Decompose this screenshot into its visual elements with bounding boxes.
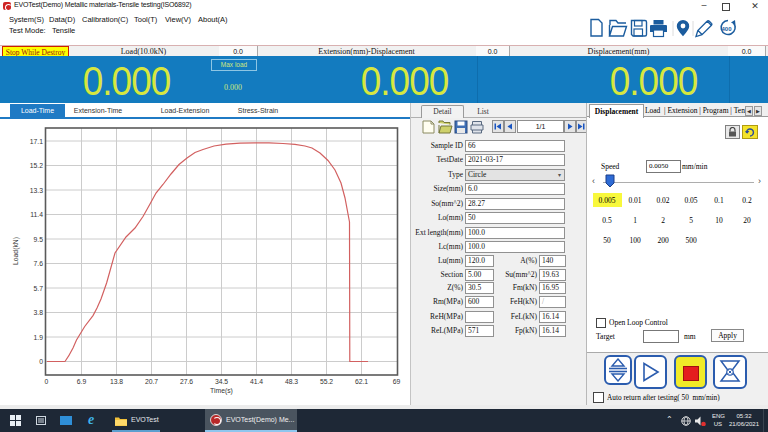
- svg-text:6.9: 6.9: [77, 378, 87, 385]
- svg-text:15.2: 15.2: [30, 162, 43, 169]
- svg-text:1.9: 1.9: [34, 334, 44, 341]
- svg-text:13.3: 13.3: [30, 187, 43, 194]
- svg-text:7.6: 7.6: [34, 260, 44, 267]
- svg-text:27.6: 27.6: [180, 378, 193, 385]
- svg-text:17.1: 17.1: [30, 138, 43, 145]
- svg-text:48.3: 48.3: [285, 378, 298, 385]
- svg-text:11.4: 11.4: [30, 211, 43, 218]
- svg-text:400: 400: [722, 26, 733, 32]
- svg-text:9.5: 9.5: [34, 236, 44, 243]
- svg-text:69: 69: [393, 378, 401, 385]
- svg-text:55.2: 55.2: [320, 378, 333, 385]
- svg-text:41.4: 41.4: [250, 378, 263, 385]
- svg-text:3.8: 3.8: [34, 309, 44, 316]
- svg-text:20.7: 20.7: [145, 378, 158, 385]
- svg-text:0: 0: [45, 378, 49, 385]
- svg-text:5.7: 5.7: [34, 285, 44, 292]
- svg-text:34.5: 34.5: [215, 378, 228, 385]
- svg-text:0: 0: [39, 358, 43, 365]
- svg-text:13.8: 13.8: [110, 378, 123, 385]
- svg-text:Load(kN): Load(kN): [12, 237, 20, 265]
- svg-text:62.1: 62.1: [355, 378, 368, 385]
- svg-text:Time(s): Time(s): [210, 387, 233, 395]
